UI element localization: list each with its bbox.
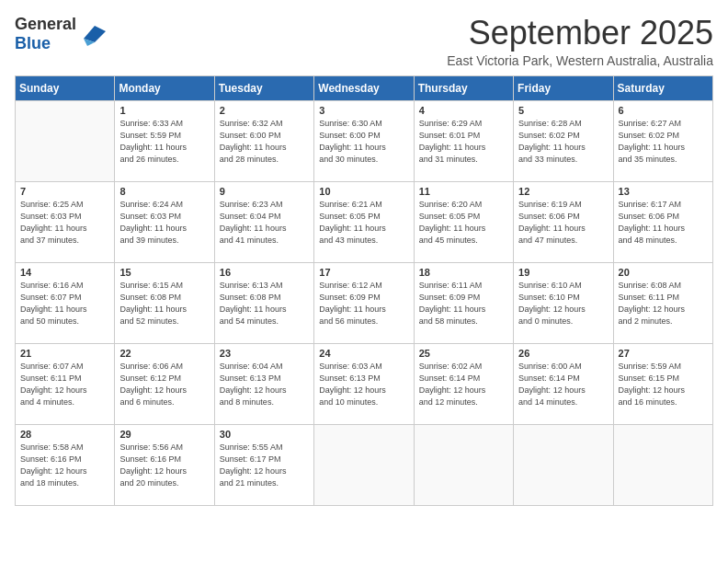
day-info: Sunrise: 6:33 AM Sunset: 5:59 PM Dayligh… [119, 118, 209, 166]
day-number: 16 [220, 267, 309, 278]
day-number: 13 [619, 186, 708, 197]
calendar-cell [613, 424, 712, 505]
day-info: Sunrise: 6:00 AM Sunset: 6:14 PM Dayligh… [518, 361, 608, 408]
week-row-4: 21Sunrise: 6:07 AM Sunset: 6:11 PM Dayli… [16, 343, 713, 424]
day-number: 19 [518, 267, 608, 278]
week-row-5: 28Sunrise: 5:58 AM Sunset: 6:16 PM Dayli… [16, 424, 713, 505]
day-info: Sunrise: 6:29 AM Sunset: 6:01 PM Dayligh… [419, 118, 508, 166]
day-number: 17 [319, 267, 408, 278]
calendar-cell: 10Sunrise: 6:21 AM Sunset: 6:05 PM Dayli… [314, 181, 414, 262]
calendar-cell: 12Sunrise: 6:19 AM Sunset: 6:06 PM Dayli… [514, 181, 613, 262]
day-info: Sunrise: 5:56 AM Sunset: 6:16 PM Dayligh… [119, 442, 209, 489]
title-block: September 2025 East Victoria Park, Weste… [447, 15, 713, 68]
calendar-cell [314, 424, 414, 505]
day-info: Sunrise: 6:02 AM Sunset: 6:14 PM Dayligh… [419, 361, 508, 408]
logo: General Blue [15, 15, 106, 53]
day-info: Sunrise: 5:55 AM Sunset: 6:17 PM Dayligh… [220, 442, 309, 489]
weekday-header-monday: Monday [115, 75, 214, 100]
day-info: Sunrise: 6:11 AM Sunset: 6:09 PM Dayligh… [419, 280, 508, 327]
weekday-header-wednesday: Wednesday [314, 75, 414, 100]
calendar-cell: 19Sunrise: 6:10 AM Sunset: 6:10 PM Dayli… [514, 262, 613, 343]
day-info: Sunrise: 5:58 AM Sunset: 6:16 PM Dayligh… [20, 442, 109, 489]
day-number: 26 [518, 348, 608, 359]
calendar-cell: 7Sunrise: 6:25 AM Sunset: 6:03 PM Daylig… [16, 181, 115, 262]
page-header: General Blue September 2025 East Victori… [15, 15, 713, 68]
calendar-cell: 4Sunrise: 6:29 AM Sunset: 6:01 PM Daylig… [414, 100, 513, 181]
day-number: 9 [220, 186, 309, 197]
weekday-header-tuesday: Tuesday [214, 75, 313, 100]
calendar-cell: 8Sunrise: 6:24 AM Sunset: 6:03 PM Daylig… [115, 181, 214, 262]
day-number: 22 [119, 348, 209, 359]
day-number: 8 [119, 186, 209, 197]
calendar-cell: 16Sunrise: 6:13 AM Sunset: 6:08 PM Dayli… [214, 262, 313, 343]
weekday-header-friday: Friday [514, 75, 613, 100]
day-number: 28 [20, 429, 109, 440]
day-number: 21 [20, 348, 109, 359]
calendar-cell: 18Sunrise: 6:11 AM Sunset: 6:09 PM Dayli… [414, 262, 513, 343]
day-info: Sunrise: 5:59 AM Sunset: 6:15 PM Dayligh… [619, 361, 708, 408]
calendar-cell: 29Sunrise: 5:56 AM Sunset: 6:16 PM Dayli… [115, 424, 214, 505]
weekday-header-thursday: Thursday [414, 75, 513, 100]
day-number: 7 [20, 186, 109, 197]
logo-general: General [15, 15, 76, 33]
day-info: Sunrise: 6:15 AM Sunset: 6:08 PM Dayligh… [119, 280, 209, 327]
calendar-cell: 17Sunrise: 6:12 AM Sunset: 6:09 PM Dayli… [314, 262, 414, 343]
weekday-header-saturday: Saturday [613, 75, 712, 100]
logo-text: General Blue [15, 15, 76, 53]
day-info: Sunrise: 6:17 AM Sunset: 6:06 PM Dayligh… [619, 199, 708, 247]
calendar-cell: 25Sunrise: 6:02 AM Sunset: 6:14 PM Dayli… [414, 343, 513, 424]
calendar-cell [414, 424, 513, 505]
day-info: Sunrise: 6:12 AM Sunset: 6:09 PM Dayligh… [319, 280, 408, 327]
week-row-1: 1Sunrise: 6:33 AM Sunset: 5:59 PM Daylig… [16, 100, 713, 181]
calendar-cell: 6Sunrise: 6:27 AM Sunset: 6:02 PM Daylig… [613, 100, 712, 181]
calendar-cell: 26Sunrise: 6:00 AM Sunset: 6:14 PM Dayli… [514, 343, 613, 424]
day-number: 29 [119, 429, 209, 440]
day-info: Sunrise: 6:21 AM Sunset: 6:05 PM Dayligh… [319, 199, 408, 247]
day-number: 12 [518, 186, 608, 197]
logo-icon [76, 22, 106, 46]
calendar-cell: 27Sunrise: 5:59 AM Sunset: 6:15 PM Dayli… [613, 343, 712, 424]
day-number: 18 [419, 267, 508, 278]
calendar-cell: 5Sunrise: 6:28 AM Sunset: 6:02 PM Daylig… [514, 100, 613, 181]
month-title: September 2025 [447, 15, 713, 52]
week-row-2: 7Sunrise: 6:25 AM Sunset: 6:03 PM Daylig… [16, 181, 713, 262]
logo-blue: Blue [15, 34, 51, 52]
day-info: Sunrise: 6:06 AM Sunset: 6:12 PM Dayligh… [119, 361, 209, 408]
day-number: 2 [220, 105, 309, 116]
day-number: 10 [319, 186, 408, 197]
day-number: 15 [119, 267, 209, 278]
day-info: Sunrise: 6:10 AM Sunset: 6:10 PM Dayligh… [518, 280, 608, 327]
calendar-cell: 2Sunrise: 6:32 AM Sunset: 6:00 PM Daylig… [214, 100, 313, 181]
day-number: 30 [220, 429, 309, 440]
day-info: Sunrise: 6:20 AM Sunset: 6:05 PM Dayligh… [419, 199, 508, 247]
calendar-cell [16, 100, 115, 181]
calendar-cell: 30Sunrise: 5:55 AM Sunset: 6:17 PM Dayli… [214, 424, 313, 505]
day-info: Sunrise: 6:19 AM Sunset: 6:06 PM Dayligh… [518, 199, 608, 247]
calendar-cell: 9Sunrise: 6:23 AM Sunset: 6:04 PM Daylig… [214, 181, 313, 262]
day-info: Sunrise: 6:32 AM Sunset: 6:00 PM Dayligh… [220, 118, 309, 166]
calendar-cell: 3Sunrise: 6:30 AM Sunset: 6:00 PM Daylig… [314, 100, 414, 181]
calendar-cell: 22Sunrise: 6:06 AM Sunset: 6:12 PM Dayli… [115, 343, 214, 424]
day-number: 23 [220, 348, 309, 359]
calendar-cell: 20Sunrise: 6:08 AM Sunset: 6:11 PM Dayli… [613, 262, 712, 343]
calendar-cell: 13Sunrise: 6:17 AM Sunset: 6:06 PM Dayli… [613, 181, 712, 262]
day-info: Sunrise: 6:08 AM Sunset: 6:11 PM Dayligh… [619, 280, 708, 327]
day-info: Sunrise: 6:13 AM Sunset: 6:08 PM Dayligh… [220, 280, 309, 327]
day-info: Sunrise: 6:25 AM Sunset: 6:03 PM Dayligh… [20, 199, 109, 247]
calendar-cell: 1Sunrise: 6:33 AM Sunset: 5:59 PM Daylig… [115, 100, 214, 181]
week-row-3: 14Sunrise: 6:16 AM Sunset: 6:07 PM Dayli… [16, 262, 713, 343]
day-info: Sunrise: 6:23 AM Sunset: 6:04 PM Dayligh… [220, 199, 309, 247]
weekday-header-row: SundayMondayTuesdayWednesdayThursdayFrid… [16, 75, 713, 100]
calendar-cell: 23Sunrise: 6:04 AM Sunset: 6:13 PM Dayli… [214, 343, 313, 424]
day-number: 11 [419, 186, 508, 197]
calendar-cell: 11Sunrise: 6:20 AM Sunset: 6:05 PM Dayli… [414, 181, 513, 262]
day-number: 24 [319, 348, 408, 359]
day-info: Sunrise: 6:28 AM Sunset: 6:02 PM Dayligh… [518, 118, 608, 166]
day-info: Sunrise: 6:04 AM Sunset: 6:13 PM Dayligh… [220, 361, 309, 408]
weekday-header-sunday: Sunday [16, 75, 115, 100]
day-info: Sunrise: 6:30 AM Sunset: 6:00 PM Dayligh… [319, 118, 408, 166]
calendar-table: SundayMondayTuesdayWednesdayThursdayFrid… [15, 75, 713, 506]
day-number: 1 [119, 105, 209, 116]
calendar-cell: 21Sunrise: 6:07 AM Sunset: 6:11 PM Dayli… [16, 343, 115, 424]
day-info: Sunrise: 6:16 AM Sunset: 6:07 PM Dayligh… [20, 280, 109, 327]
